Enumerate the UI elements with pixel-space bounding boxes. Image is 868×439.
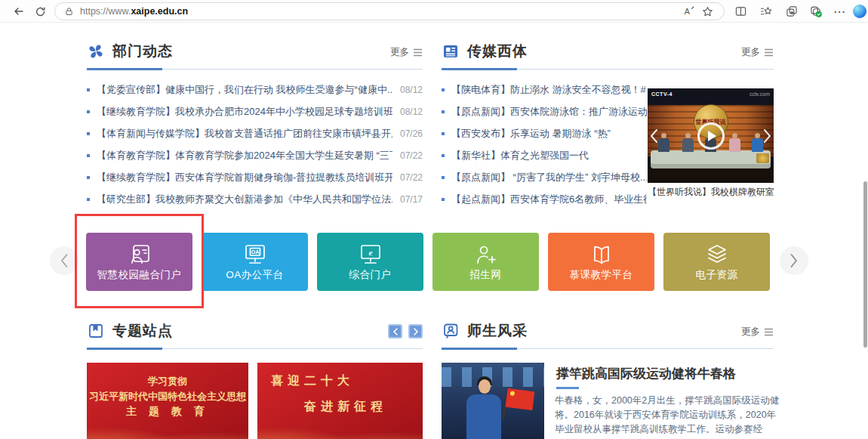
vertical-scrollbar-thumb[interactable] [863, 181, 867, 348]
show-emblem [756, 153, 769, 163]
news-title: 【陕电体育】防止溺水 游泳安全不容忽视！#... [451, 83, 647, 97]
profiles-more-link[interactable]: 更多 [741, 326, 774, 339]
tile-label: 综合门户 [349, 268, 392, 282]
video-caption[interactable]: 【世界听我说】我校棋牌教研室主任李... [648, 186, 774, 199]
article-title-rule [556, 387, 579, 389]
id-badge-icon [126, 243, 153, 267]
news-title: 【研究生部】我校教师齐聚交大创新港参加《中华人民共和国学位法... [97, 193, 392, 206]
bullet-icon [442, 198, 445, 201]
favorite-star-icon[interactable] [698, 2, 716, 20]
article-body: 牛春格，女，2000年2月出生，撑竿跳高国际级运动健将。2016年就读于西安体育… [555, 394, 780, 439]
tile-mooc-platform[interactable]: 慕课教学平台 [548, 233, 654, 291]
tile-label: 招生网 [470, 268, 502, 282]
athlete-photo[interactable] [442, 363, 544, 439]
tile-oa-platform[interactable]: OA OA办公平台 [202, 233, 308, 291]
banner-text: 喜迎二十大 [271, 373, 354, 389]
read-aloud-icon[interactable]: A [680, 2, 698, 20]
url-prefix: https://www. [80, 6, 131, 17]
back-button[interactable] [9, 0, 29, 23]
guest-figure [729, 138, 740, 152]
add-user-icon [472, 243, 500, 267]
news-item[interactable]: 【继续教育学院】西安体育学院首期健身瑜伽-普拉提教练员培训班开班...07/22 [87, 166, 423, 188]
news-item[interactable]: 【原点新闻】 “厉害了我的学生” 刘宇坤母校... [442, 166, 647, 188]
bullet-icon [442, 110, 445, 113]
browser-essentials-icon [810, 5, 823, 18]
carousel-prev-button[interactable] [50, 246, 78, 275]
browser-window: https://www.xaipe.edu.cn A ··· [0, 0, 868, 439]
guest-figure [682, 138, 694, 152]
newspaper-icon [442, 42, 460, 60]
play-button[interactable] [697, 122, 725, 150]
svg-text:e: e [368, 247, 372, 256]
athlete-face [479, 379, 491, 394]
news-title: 【起点新闻】西安体育学院6名教师、毕业生征... [451, 193, 647, 206]
refresh-button[interactable] [30, 0, 50, 23]
play-icon [708, 131, 716, 141]
tv-channel-logo: CCTV-4 [651, 91, 673, 97]
news-item[interactable]: 【西安发布】乐享运动 暑期游泳 “热” [442, 122, 647, 144]
favorites-hub-button[interactable] [756, 0, 776, 23]
news-item[interactable]: 【起点新闻】西安体育学院6名教师、毕业生征... [442, 188, 647, 210]
pinwheel-icon [87, 42, 105, 60]
media-news-more-link[interactable]: 更多 [741, 46, 774, 59]
layers-icon [703, 243, 731, 267]
dept-news-header: 部门动态 更多 [87, 41, 423, 70]
topics-prev-button[interactable] [388, 324, 402, 339]
bullet-icon [87, 88, 90, 91]
split-screen-button[interactable] [731, 0, 750, 23]
news-item[interactable]: 【体育教育学院】体育教育学院参加2024年全国大学生延安暑期 “三下...07/… [87, 144, 423, 166]
media-news-header: 传媒西体 更多 [442, 41, 774, 70]
ellipsis-icon: ··· [834, 6, 846, 17]
studio-couch [651, 150, 771, 168]
section-title: 部门动态 [112, 42, 173, 61]
favorites-hub-icon [760, 6, 772, 17]
china-flag [506, 388, 535, 410]
watermark-text: cctv.com [749, 91, 770, 97]
news-item[interactable]: 【原点新闻】西安体院游泳馆：推广游泳运动 ... [442, 100, 647, 122]
article-text: 牛春格，女，2000年2月出生，撑竿跳高国际级运动健将。2016年就读于西安体育… [555, 395, 779, 439]
banner-text: 主 题 教 育 [87, 405, 248, 419]
news-item[interactable]: 【继续教育学院】我校承办合肥市2024年中小学校园足球专题培训班08/12 [87, 100, 423, 122]
video-thumbnail[interactable]: 世界听我说 CCTV-4 cctv.com [648, 88, 774, 183]
news-item[interactable]: 【新华社】体育之光塑强国一代 [442, 144, 647, 166]
tile-admissions-site[interactable]: 招生网 [432, 233, 539, 291]
address-bar[interactable]: https://www.xaipe.edu.cn A [54, 2, 725, 20]
bullet-icon [87, 132, 90, 135]
chevron-left-icon [392, 328, 399, 335]
bullet-icon [442, 132, 445, 135]
tile-smart-campus-portal[interactable]: 智慧校园融合门户 [86, 233, 192, 291]
bullet-icon [87, 198, 90, 201]
news-item[interactable]: 【研究生部】我校教师齐聚交大创新港参加《中华人民共和国学位法...07/17 [87, 188, 423, 210]
more-label: 更多 [741, 46, 760, 59]
news-title: 【西安发布】乐享运动 暑期游泳 “热” [451, 127, 647, 141]
topic-banner-theme-education[interactable]: 学习贯彻 习近平新时代中国特色社会主义思想 主 题 教 育 [87, 363, 248, 439]
news-item[interactable]: 【体育新闻与传媒学院】我校首支普通话推广团前往安康市镇坪县开展“推普助...07… [87, 122, 423, 144]
article-title[interactable]: 撑竿跳高国际级运动健将牛春格 [556, 365, 736, 382]
topics-next-button[interactable] [408, 324, 423, 339]
carousel-next-button[interactable] [780, 246, 808, 275]
video-next-arrow[interactable] [763, 128, 772, 144]
tile-label: 智慧校园融合门户 [97, 268, 182, 282]
video-prev-arrow[interactable] [649, 128, 658, 144]
browser-essentials-button[interactable] [806, 0, 826, 23]
refresh-icon [35, 6, 46, 17]
tile-e-resources[interactable]: 电子资源 [663, 233, 770, 291]
more-label: 更多 [741, 326, 760, 339]
copilot-button[interactable] [850, 0, 868, 23]
collections-button[interactable] [782, 0, 802, 23]
topic-banner-20th-congress[interactable]: 喜迎二十大 奋进新征程 [257, 363, 423, 439]
news-title: 【原点新闻】 “厉害了我的学生” 刘宇坤母校... [451, 171, 647, 184]
bullet-icon [442, 176, 445, 179]
back-arrow-icon [13, 5, 25, 17]
news-date: 08/12 [400, 107, 423, 117]
news-title: 【体育教育学院】体育教育学院参加2024年全国大学生延安暑期 “三下... [97, 149, 392, 162]
tile-integrated-portal[interactable]: e 综合门户 [317, 233, 423, 291]
tile-label: 慕课教学平台 [570, 268, 633, 282]
stage-lights [442, 367, 544, 387]
news-item[interactable]: 【陕电体育】防止溺水 游泳安全不容忽视！#... [442, 79, 647, 100]
open-book-icon [588, 243, 615, 267]
settings-menu-button[interactable]: ··· [830, 0, 850, 23]
news-item[interactable]: 【党委宣传部】健康中国行，我们在行动 我校师生受邀参与“健康中...08/12 [87, 79, 423, 100]
section-title: 师生风采 [467, 321, 528, 341]
dept-news-more-link[interactable]: 更多 [390, 46, 423, 59]
